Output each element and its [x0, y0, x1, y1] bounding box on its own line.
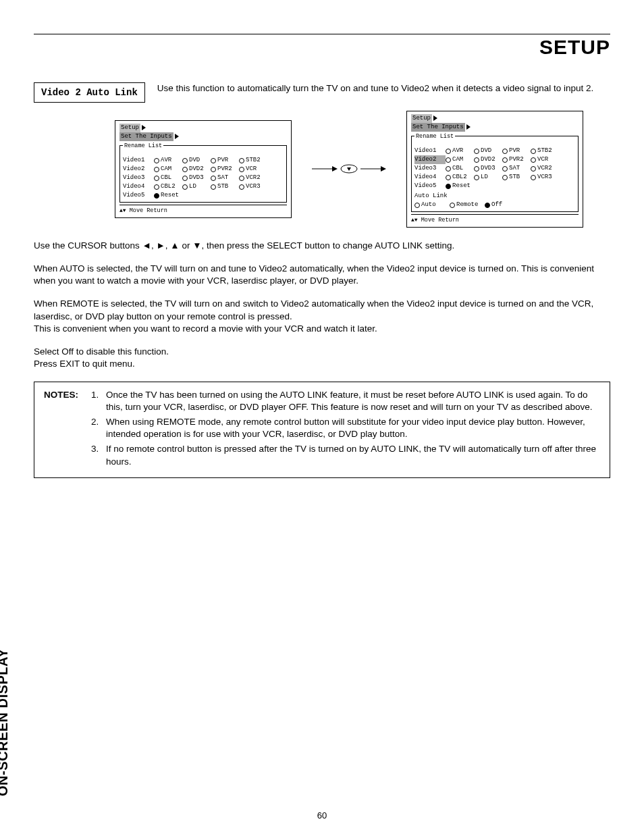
radio-icon — [531, 166, 536, 172]
osd-autolink-label: Auto Link — [414, 192, 575, 201]
notes-item-text: If no remote control button is pressed a… — [106, 443, 600, 467]
osd-autolink-option: Off — [485, 201, 520, 209]
updown-icon: ▲▼ — [411, 217, 418, 223]
radio-icon — [446, 166, 451, 172]
nav-arrow-group — [312, 161, 386, 176]
osd-submenu-title: Set The Inputs — [119, 132, 173, 141]
radio-icon — [211, 158, 216, 163]
osd-option: VCR3 — [531, 173, 559, 182]
notes-list: 1.Once the TV has been turned on using t… — [91, 389, 600, 471]
osd-option: DVD2 — [182, 165, 211, 174]
notes-item-text: When using REMOTE mode, any remote contr… — [106, 416, 600, 440]
osd-option: LD — [182, 182, 211, 191]
osd-footer: ▲▼ Move Return — [119, 205, 287, 215]
radio-icon — [446, 157, 451, 163]
svg-marker-3 — [347, 167, 351, 171]
notes-item-number: 2. — [91, 416, 106, 440]
radio-icon — [154, 184, 159, 190]
osd-option: CBL2 — [154, 182, 182, 191]
paragraph: When AUTO is selected, the TV will turn … — [34, 263, 610, 287]
osd-row-label: Video2 — [414, 155, 446, 164]
osd-footer: ▲▼ Move Return — [411, 214, 579, 224]
osd-option: VCR2 — [531, 164, 559, 173]
osd-row-video5: Video5 Reset — [123, 191, 284, 200]
osd-row-label: Video1 — [123, 156, 154, 165]
osd-option: STB2 — [239, 156, 267, 165]
notes-item: 3.If no remote control button is pressed… — [91, 443, 600, 467]
section-intro: Video 2 Auto Link Use this function to a… — [34, 82, 610, 103]
radio-icon — [531, 157, 536, 163]
osd-row: Video1AVRDVDPVRSTB2 — [123, 156, 284, 165]
paragraph: Use the CURSOR buttons ◄, ►, ▲ or ▼, the… — [34, 240, 610, 252]
radio-icon — [211, 184, 216, 190]
osd-rename-box: Rename List Video1AVRDVDPVRSTB2Video2 CA… — [411, 136, 579, 212]
osd-row-label: Video2 — [123, 165, 154, 174]
radio-icon — [502, 166, 508, 172]
osd-screen-left: Setup Set The Inputs Rename List Video1A… — [115, 120, 292, 218]
osd-autolink-option: Auto — [414, 201, 450, 209]
osd-row: Video3CBLDVD3SATVCR2 — [414, 164, 575, 173]
radio-icon — [474, 149, 479, 154]
radio-icon — [450, 203, 455, 208]
osd-row: Video1AVRDVDPVRSTB2 — [414, 147, 575, 155]
radio-icon — [154, 176, 159, 181]
osd-option: VCR — [239, 165, 267, 174]
radio-icon — [474, 175, 479, 180]
osd-option: DVD — [474, 147, 502, 155]
radio-filled-icon — [485, 203, 490, 208]
radio-icon — [239, 167, 244, 172]
osd-row-label: Video4 — [123, 182, 154, 191]
paragraph: When REMOTE is selected, the TV will tur… — [34, 298, 610, 322]
radio-icon — [154, 158, 159, 163]
osd-option: PVR2 — [502, 155, 531, 164]
arrow-right-icon — [312, 161, 386, 176]
radio-icon — [502, 175, 508, 180]
osd-screen-right: Setup Set The Inputs Rename List Video1A… — [406, 111, 583, 228]
osd-row: Video2CAMDVD2PVR2VCR — [123, 165, 284, 174]
osd-option: PVR — [502, 147, 531, 155]
radio-icon — [474, 166, 479, 172]
osd-option: STB2 — [531, 147, 559, 155]
page: SETUP Video 2 Auto Link Use this functio… — [0, 0, 644, 834]
osd-row-label: Video3 — [414, 164, 446, 173]
radio-icon — [446, 149, 451, 154]
radio-icon — [182, 167, 188, 172]
osd-option: CBL2 — [446, 173, 474, 182]
osd-autolink-opts: AutoRemoteOff — [414, 201, 575, 209]
notes-item-text: Once the TV has been turned on using the… — [106, 389, 600, 413]
osd-option: SAT — [502, 164, 531, 173]
osd-option: PVR — [211, 156, 239, 165]
paragraph: This is convenient when you want to reco… — [34, 323, 610, 335]
osd-option: DVD2 — [474, 155, 502, 164]
svg-marker-1 — [332, 166, 338, 172]
osd-option: DVD — [182, 156, 211, 165]
osd-option: STB — [211, 182, 239, 191]
radio-icon — [531, 175, 536, 180]
divider — [34, 34, 610, 34]
osd-row: Video4CBL2LDSTBVCR3 — [123, 182, 284, 191]
body-text: Use the CURSOR buttons ◄, ►, ▲ or ▼, the… — [34, 240, 610, 371]
radio-icon — [502, 149, 508, 154]
osd-row-label: Video5 — [123, 191, 154, 200]
radio-filled-icon — [154, 193, 159, 199]
osd-submenu-title: Set The Inputs — [411, 123, 465, 132]
svg-marker-5 — [381, 166, 386, 172]
osd-row-video5: Video5 Reset — [414, 182, 575, 190]
osd-row-label: Video3 — [123, 174, 154, 182]
osd-option: CBL — [446, 164, 474, 173]
paragraph: Press EXIT to quit menu. — [34, 358, 610, 370]
notes-item-number: 1. — [91, 389, 106, 413]
osd-option: Reset — [154, 191, 182, 200]
page-number: 60 — [0, 810, 644, 820]
page-title: SETUP — [539, 36, 610, 59]
radio-icon — [531, 149, 536, 154]
osd-option: AVR — [154, 156, 182, 165]
side-section-label: On-Screen Display — [0, 648, 11, 796]
radio-icon — [502, 157, 508, 163]
triangle-right-icon — [142, 125, 146, 130]
osd-row-label: Video1 — [414, 147, 446, 155]
osd-menu-title: Setup — [119, 124, 140, 132]
osd-option: LD — [474, 173, 502, 182]
radio-filled-icon — [446, 184, 451, 189]
osd-autolink-option: Remote — [450, 201, 485, 209]
